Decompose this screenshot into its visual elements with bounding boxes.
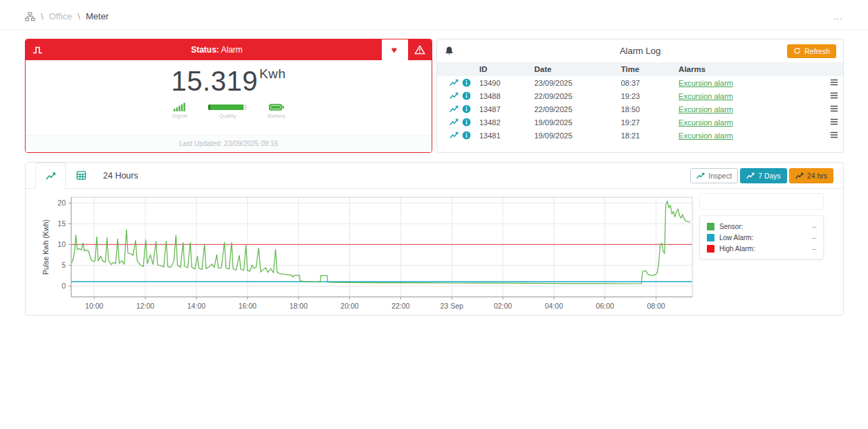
chart-side-strip <box>699 193 824 210</box>
alarm-type-link[interactable]: Excursion alarm <box>678 105 733 113</box>
line-chart-icon <box>46 171 56 181</box>
breadcrumb-item-office[interactable]: Office <box>49 11 73 21</box>
refresh-button[interactable]: Refresh <box>787 44 836 58</box>
heart-icon: ♥ <box>391 45 397 55</box>
svg-text:06:00: 06:00 <box>596 302 614 310</box>
row-menu-icon[interactable] <box>829 131 839 139</box>
column-alarms: Alarms <box>674 62 803 76</box>
svg-text:5: 5 <box>62 261 66 269</box>
svg-text:20:00: 20:00 <box>340 302 358 310</box>
alarm-date: 19/09/2025 <box>530 116 617 129</box>
line-chart-icon <box>746 172 755 180</box>
last-updated: Last Updated: 23/09/2025 09:16 <box>26 135 432 152</box>
alarm-time: 19:27 <box>617 116 674 129</box>
row-info-icon[interactable] <box>462 118 471 127</box>
meter-reading: 15.319Kwh <box>26 66 432 97</box>
column-id: ID <box>475 62 530 76</box>
breadcrumb-separator: \ <box>77 11 80 21</box>
alarm-time: 08:37 <box>617 76 674 89</box>
low-alarm-swatch <box>707 234 714 241</box>
column-date: Date <box>530 62 617 76</box>
alarm-table: ID Date Time Alarms 13490 23/09/2025 08:… <box>437 62 843 142</box>
row-menu-icon[interactable] <box>829 78 839 86</box>
heartbeat-tab[interactable]: ♥ <box>382 39 407 60</box>
svg-text:12:00: 12:00 <box>136 302 154 310</box>
alarm-id: 13488 <box>475 89 530 102</box>
breadcrumb-separator: \ <box>41 11 44 21</box>
quality-bar-icon <box>208 104 247 110</box>
alarm-log-row: 13488 22/09/2025 19:23 Excursion alarm <box>437 89 843 102</box>
row-chart-icon[interactable] <box>450 131 459 140</box>
column-time: Time <box>617 62 674 76</box>
alarm-type-link[interactable]: Excursion alarm <box>678 118 733 127</box>
chart-legend: Sensor: – Low Alarm: – High Alarm: – <box>699 215 824 259</box>
alarm-date: 19/09/2025 <box>530 129 617 142</box>
alarm-id: 13490 <box>475 76 530 89</box>
alarm-date: 22/09/2025 <box>530 89 617 102</box>
alarm-log-card: Alarm Log Refresh ID Date Time Alarms <box>436 39 844 153</box>
signal-bars-icon <box>174 102 186 111</box>
svg-text:20: 20 <box>57 199 66 207</box>
battery-icon <box>268 103 284 111</box>
svg-text:14:00: 14:00 <box>187 302 205 310</box>
battery-indicator: Battery <box>268 103 285 119</box>
alarm-log-row: 13481 19/09/2025 18:21 Excursion alarm <box>437 129 843 142</box>
table-icon <box>76 170 86 181</box>
svg-text:16:00: 16:00 <box>239 302 257 310</box>
meter-unit: Kwh <box>259 66 286 81</box>
alarm-table-header: ID Date Time Alarms <box>437 62 843 76</box>
svg-text:04:00: 04:00 <box>545 302 563 310</box>
row-menu-icon[interactable] <box>829 118 839 126</box>
alarm-type-link[interactable]: Excursion alarm <box>678 92 733 100</box>
alarm-log-title: Alarm Log <box>437 46 843 56</box>
line-chart-icon <box>795 172 804 180</box>
signal-indicator: Signal <box>172 102 187 119</box>
refresh-icon <box>793 47 801 55</box>
bell-icon <box>444 46 454 56</box>
breadcrumb: \ Office \ Meter ... <box>0 0 868 30</box>
alarm-date: 23/09/2025 <box>530 76 617 89</box>
alarm-date: 22/09/2025 <box>530 102 617 116</box>
alarm-type-link[interactable]: Excursion alarm <box>678 79 733 87</box>
svg-text:23 Sep: 23 Sep <box>441 302 463 310</box>
status-title: Status: Alarm <box>52 45 382 55</box>
row-menu-icon[interactable] <box>829 104 839 113</box>
svg-text:0: 0 <box>62 282 66 290</box>
inspect-button[interactable]: Inspect <box>690 168 738 183</box>
svg-text:08:00: 08:00 <box>647 302 665 310</box>
range-7-days-button[interactable]: 7 Days <box>740 168 787 183</box>
status-card: Status: Alarm ♥ 15.319Kwh <box>25 39 432 153</box>
status-header: Status: Alarm ♥ <box>26 39 432 60</box>
alarm-log-row: 13490 23/09/2025 08:37 Excursion alarm <box>437 76 843 89</box>
row-info-icon[interactable] <box>462 91 471 100</box>
range-24-hrs-button[interactable]: 24 hrs <box>789 168 833 183</box>
row-info-icon[interactable] <box>462 131 471 140</box>
overflow-menu-icon[interactable]: ... <box>833 11 843 21</box>
row-info-icon[interactable] <box>462 78 471 87</box>
row-chart-icon[interactable] <box>450 91 459 100</box>
tab-table-view[interactable] <box>66 163 96 189</box>
quality-indicator: Quality <box>208 104 247 119</box>
pulse-kwh-chart: 10:0012:0014:0016:0018:0020:0022:0023 Se… <box>35 192 699 319</box>
line-chart-icon <box>696 172 705 180</box>
alarm-id: 13481 <box>475 129 530 142</box>
row-menu-icon[interactable] <box>829 91 839 100</box>
row-info-icon[interactable] <box>462 104 471 113</box>
alarm-type-link[interactable]: Excursion alarm <box>678 131 733 140</box>
svg-text:02:00: 02:00 <box>494 302 512 310</box>
row-chart-icon[interactable] <box>450 78 459 87</box>
pulse-wave-icon <box>26 46 52 55</box>
tab-chart-view[interactable] <box>35 163 66 189</box>
alarm-id: 13487 <box>475 102 530 116</box>
row-chart-icon[interactable] <box>450 118 459 127</box>
chart-panel: 24 Hours Inspect 7 Days <box>25 162 844 316</box>
alarm-log-row: 13482 19/09/2025 19:27 Excursion alarm <box>437 116 843 129</box>
alarm-time: 19:23 <box>617 89 674 102</box>
legend-row-sensor: Sensor: – <box>707 221 816 232</box>
row-chart-icon[interactable] <box>450 104 459 113</box>
sitemap-icon <box>25 12 35 21</box>
breadcrumb-item-meter[interactable]: Meter <box>86 11 109 21</box>
legend-row-low-alarm: Low Alarm: – <box>707 232 816 243</box>
svg-text:18:00: 18:00 <box>289 302 307 310</box>
alarm-warning-tab[interactable] <box>407 39 432 60</box>
